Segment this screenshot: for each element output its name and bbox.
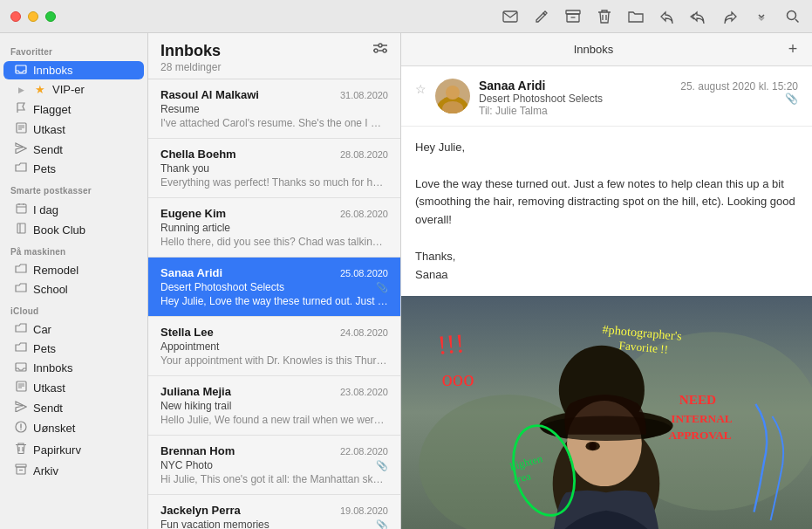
sidebar-item-pets-fav-label: Pets (33, 162, 137, 175)
sidebar-item-papirkurv[interactable]: Papirkurv (3, 439, 144, 460)
reply-icon[interactable] (658, 8, 676, 25)
minimize-button[interactable] (28, 11, 38, 22)
message-preview: Everything was perfect! Thanks so much f… (160, 176, 388, 189)
message-list-header: Innboks 28 meldinger (148, 33, 400, 79)
table-row[interactable]: Rasoul Al Malkawi 31.08.2020 Resume I've… (148, 79, 400, 139)
today-icon (14, 203, 28, 216)
message-list: Innboks 28 meldinger Rasoul Al Malkawi 3… (148, 33, 401, 529)
sidebar-section-favoritter: Favoritter (0, 40, 147, 60)
sidebar-item-pets-fav[interactable]: Pets (3, 160, 144, 178)
message-subject: NYC Photo (160, 459, 213, 471)
sidebar-item-school[interactable]: School (3, 280, 144, 299)
email-detail: Innboks + ☆ Sanaa Aridi 25. august (401, 33, 812, 529)
sidebar-item-arkiv[interactable]: Arkiv (3, 461, 144, 480)
email-body-main: Love the way these turned out. Just a fe… (415, 175, 798, 230)
sidebar-item-pets-icloud[interactable]: Pets (3, 340, 144, 358)
sidebar-item-remodel-label: Remodel (33, 264, 137, 277)
draft-icloud-icon (14, 381, 28, 395)
message-date: 28.08.2020 (340, 149, 388, 160)
email-from: Sanaa Aridi (479, 79, 546, 93)
message-sender: Eugene Kim (160, 207, 226, 220)
close-button[interactable] (10, 11, 21, 22)
email-body-greeting: Hey Julie, (415, 139, 798, 157)
message-sender: Chella Boehm (160, 148, 236, 161)
folder-remodel-icon (14, 264, 28, 277)
photo-background: !!! ooo #photographer's Favorite !! NEED… (401, 296, 812, 529)
message-date: 26.08.2020 (340, 209, 388, 219)
maximize-button[interactable] (45, 11, 56, 22)
email-body: Hey Julie, Love the way these turned out… (401, 127, 812, 296)
sidebar-item-book-club[interactable]: Book Club (3, 220, 144, 239)
message-sender: Stella Lee (160, 326, 214, 339)
sidebar-item-utkast-fav[interactable]: Utkast (3, 120, 144, 139)
sidebar-item-sendt-fav-label: Sendt (33, 143, 137, 156)
message-date: 19.08.2020 (340, 505, 388, 516)
message-subject: Fun vacation memories (160, 519, 270, 529)
message-list-title: Innboks (160, 42, 221, 61)
message-preview: Hello Julie, We found a new trail when w… (160, 414, 388, 426)
message-preview: Hey Julie, Love the way these turned out… (160, 295, 388, 307)
message-date: 25.08.2020 (340, 268, 388, 278)
folder-school-icon (14, 283, 28, 296)
sidebar: Favoritter Innboks ▶ ★ VIP-er Flagget (0, 33, 148, 529)
table-row[interactable]: Brennan Hom 22.08.2020 NYC Photo 📎 Hi Ju… (148, 436, 400, 495)
sidebar-item-uonsket-label: Uønsket (33, 422, 137, 435)
titlebar (0, 0, 812, 33)
email-header: ☆ Sanaa Aridi 25. august 2020 kl. 15:20 (401, 66, 812, 127)
sidebar-item-car[interactable]: Car (3, 320, 144, 339)
sidebar-item-vip[interactable]: ▶ ★ VIP-er (3, 80, 144, 99)
trash-icloud-icon (14, 442, 28, 457)
message-items: Rasoul Al Malkawi 31.08.2020 Resume I've… (148, 79, 400, 529)
move-to-folder-icon[interactable] (627, 8, 645, 25)
sidebar-item-flagget[interactable]: Flagget (3, 100, 144, 119)
sidebar-item-book-club-label: Book Club (33, 223, 137, 237)
message-sender: Sanaa Aridi (160, 266, 222, 279)
message-date: 31.08.2020 (340, 90, 388, 100)
book-icon (14, 223, 28, 237)
table-row[interactable]: Chella Boehm 28.08.2020 Thank you Everyt… (148, 139, 400, 198)
table-row[interactable]: Eugene Kim 26.08.2020 Running article He… (148, 198, 400, 258)
sent-icon (14, 142, 28, 156)
table-row[interactable]: Jackelyn Perra 19.08.2020 Fun vacation m… (148, 495, 400, 529)
main-toolbar (502, 8, 802, 25)
archive-icon[interactable] (564, 8, 582, 25)
message-subject: Resume (160, 103, 388, 115)
sidebar-item-innboks-icloud[interactable]: Innboks (3, 359, 144, 377)
search-icon[interactable] (784, 8, 802, 25)
sidebar-item-sendt-fav[interactable]: Sendt (3, 140, 144, 159)
sidebar-item-innboks-fav[interactable]: Innboks (3, 61, 144, 79)
folder-car-icon (14, 323, 28, 336)
svg-point-13 (379, 44, 382, 47)
flag-icon (14, 102, 28, 116)
folder-pets-icloud-icon (14, 342, 28, 355)
sidebar-item-remodel[interactable]: Remodel (3, 261, 144, 279)
folder-pets-icon (14, 162, 28, 175)
table-row[interactable]: Sanaa Aridi 25.08.2020 Desert Photoshoot… (148, 258, 400, 317)
add-mailbox-icon[interactable]: + (784, 41, 802, 58)
sidebar-item-i-dag[interactable]: I dag (3, 200, 144, 219)
main-container: Favoritter Innboks ▶ ★ VIP-er Flagget (0, 33, 812, 529)
trash-icon[interactable] (596, 8, 613, 25)
star-icon[interactable]: ☆ (415, 82, 426, 96)
more-toolbar-icon[interactable] (753, 8, 770, 25)
window-controls (10, 11, 56, 22)
sidebar-section-icloud: iCloud (0, 299, 147, 319)
sidebar-item-utkast-fav-label: Utkast (33, 123, 137, 136)
sidebar-item-sendt-icloud[interactable]: Sendt (3, 398, 144, 417)
sidebar-item-utkast-icloud[interactable]: Utkast (3, 378, 144, 397)
get-mail-icon[interactable] (502, 8, 519, 25)
inbox-icloud-icon (14, 361, 28, 374)
email-header-info: Sanaa Aridi 25. august 2020 kl. 15:20 De… (479, 79, 798, 117)
email-subject: Desert Photoshoot Selects (479, 93, 603, 105)
email-attachment-icon: 📎 (785, 93, 798, 105)
svg-rect-6 (17, 204, 26, 213)
inbox-icon (14, 64, 28, 77)
sidebar-item-car-label: Car (33, 323, 137, 336)
compose-icon[interactable] (533, 8, 550, 25)
sidebar-item-uonsket[interactable]: Uønsket (3, 418, 144, 438)
table-row[interactable]: Stella Lee 24.08.2020 Appointment Your a… (148, 317, 400, 376)
forward-icon[interactable] (721, 8, 739, 25)
filter-icon[interactable] (372, 42, 388, 58)
table-row[interactable]: Juliana Mejia 23.08.2020 New hiking trai… (148, 376, 400, 436)
reply-all-icon[interactable] (690, 8, 707, 25)
